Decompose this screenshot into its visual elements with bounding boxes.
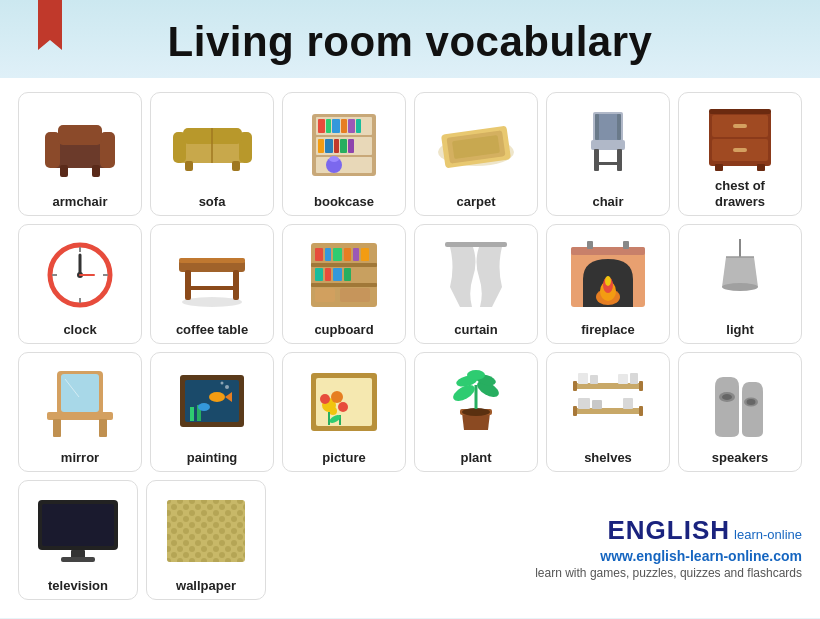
armchair-label: armchair bbox=[53, 194, 108, 210]
svg-rect-37 bbox=[594, 149, 599, 171]
page-header: Living room vocabulary bbox=[0, 0, 820, 78]
item-shelves: shelves bbox=[546, 352, 670, 472]
svg-rect-143 bbox=[61, 557, 95, 562]
svg-point-104 bbox=[221, 381, 224, 384]
cupboard-label: cupboard bbox=[314, 322, 373, 338]
painting-image bbox=[167, 361, 257, 444]
svg-point-85 bbox=[605, 276, 611, 286]
item-bookcase: bookcase bbox=[282, 92, 406, 216]
chest-image bbox=[695, 101, 785, 173]
svg-rect-126 bbox=[590, 375, 598, 384]
svg-rect-60 bbox=[179, 258, 245, 263]
svg-rect-129 bbox=[578, 398, 590, 409]
item-cupboard: cupboard bbox=[282, 224, 406, 344]
item-mirror: mirror bbox=[18, 352, 142, 472]
svg-rect-76 bbox=[344, 268, 351, 281]
svg-point-103 bbox=[225, 385, 229, 389]
svg-rect-87 bbox=[623, 241, 629, 249]
svg-rect-16 bbox=[316, 157, 372, 173]
svg-rect-49 bbox=[709, 109, 771, 114]
svg-rect-71 bbox=[353, 248, 359, 261]
item-plant: plant bbox=[414, 352, 538, 472]
svg-rect-131 bbox=[623, 398, 633, 409]
mirror-label: mirror bbox=[61, 450, 99, 466]
plant-image bbox=[431, 361, 521, 444]
item-picture: picture bbox=[282, 352, 406, 472]
svg-rect-91 bbox=[53, 419, 61, 437]
svg-rect-41 bbox=[617, 114, 621, 140]
sofa-label: sofa bbox=[199, 194, 226, 210]
speakers-image bbox=[695, 361, 785, 444]
svg-rect-45 bbox=[733, 124, 747, 128]
english-brand-text: ENGLISH bbox=[607, 515, 730, 546]
svg-rect-38 bbox=[617, 149, 622, 171]
svg-rect-1 bbox=[45, 132, 60, 168]
svg-rect-134 bbox=[573, 406, 577, 416]
svg-rect-61 bbox=[185, 270, 191, 300]
website-url[interactable]: www.english-learn-online.com bbox=[600, 548, 802, 564]
svg-point-89 bbox=[722, 283, 758, 291]
sofa-image bbox=[167, 101, 257, 189]
svg-rect-132 bbox=[573, 381, 577, 391]
svg-point-110 bbox=[338, 402, 348, 412]
svg-point-58 bbox=[182, 297, 242, 307]
item-coffee-table: coffee table bbox=[150, 224, 274, 344]
item-speakers: speakers bbox=[678, 352, 802, 472]
svg-rect-47 bbox=[715, 164, 723, 171]
plant-label: plant bbox=[460, 450, 491, 466]
chair-image bbox=[563, 101, 653, 189]
svg-rect-11 bbox=[232, 161, 240, 171]
svg-rect-74 bbox=[325, 268, 331, 281]
item-television: television bbox=[18, 480, 138, 600]
svg-rect-73 bbox=[315, 268, 323, 281]
english-sub-text: learn-online bbox=[734, 527, 802, 542]
item-armchair: armchair bbox=[18, 92, 142, 216]
curtain-image bbox=[431, 233, 521, 316]
mirror-image bbox=[35, 361, 125, 444]
bookcase-image bbox=[299, 101, 389, 189]
svg-rect-78 bbox=[340, 288, 370, 302]
wallpaper-label: wallpaper bbox=[176, 578, 236, 594]
bottom-section: television bbox=[18, 480, 802, 600]
svg-rect-23 bbox=[318, 139, 324, 153]
svg-rect-70 bbox=[344, 248, 351, 261]
clock-image bbox=[35, 233, 125, 316]
branding-section: ENGLISH learn-online www.english-learn-o… bbox=[274, 480, 802, 580]
armchair-image bbox=[35, 101, 125, 189]
svg-rect-3 bbox=[58, 125, 102, 145]
svg-rect-46 bbox=[733, 148, 747, 152]
coffee-table-image bbox=[167, 233, 257, 316]
item-carpet: carpet bbox=[414, 92, 538, 216]
picture-image bbox=[299, 361, 389, 444]
svg-rect-127 bbox=[618, 374, 628, 384]
svg-rect-125 bbox=[578, 373, 588, 384]
carpet-image bbox=[431, 101, 521, 189]
svg-rect-150 bbox=[167, 500, 245, 562]
svg-point-116 bbox=[462, 408, 490, 416]
svg-rect-5 bbox=[92, 165, 100, 177]
svg-rect-19 bbox=[332, 119, 340, 133]
speakers-label: speakers bbox=[712, 450, 768, 466]
svg-rect-22 bbox=[356, 119, 361, 133]
chair-label: chair bbox=[592, 194, 623, 210]
svg-point-108 bbox=[320, 394, 330, 404]
svg-rect-21 bbox=[348, 119, 355, 133]
svg-point-29 bbox=[329, 156, 339, 162]
svg-rect-18 bbox=[326, 119, 331, 133]
television-image bbox=[33, 489, 123, 572]
svg-rect-63 bbox=[185, 286, 239, 290]
svg-point-139 bbox=[746, 399, 755, 405]
svg-rect-128 bbox=[630, 373, 638, 384]
svg-rect-142 bbox=[71, 550, 85, 558]
main-content: armchair sofa bbox=[0, 78, 820, 618]
svg-point-109 bbox=[331, 391, 343, 403]
svg-rect-75 bbox=[333, 268, 342, 281]
svg-rect-2 bbox=[100, 132, 115, 168]
svg-rect-25 bbox=[334, 139, 339, 153]
svg-rect-39 bbox=[594, 162, 622, 165]
shelves-label: shelves bbox=[584, 450, 632, 466]
svg-point-122 bbox=[467, 370, 485, 380]
page-title: Living room vocabulary bbox=[0, 18, 820, 66]
painting-label: painting bbox=[187, 450, 238, 466]
chest-label: chest ofdrawers bbox=[715, 178, 765, 209]
